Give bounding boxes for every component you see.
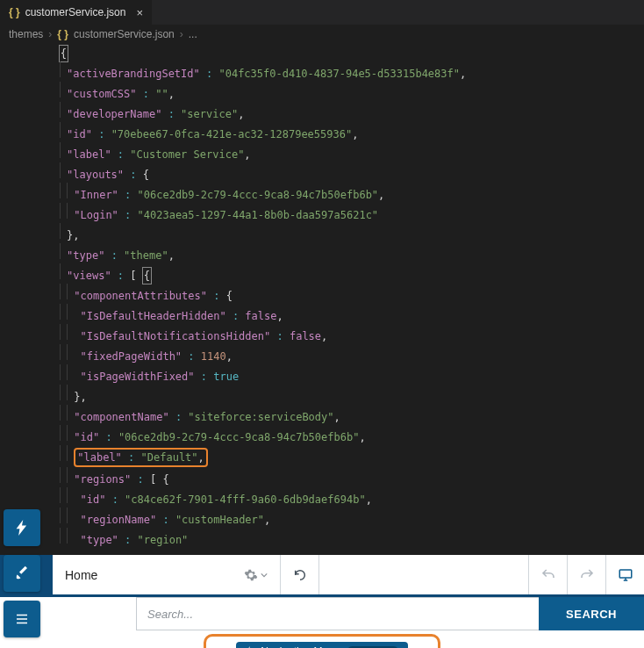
search-input[interactable]: [136, 597, 539, 630]
chevron-right-icon: ›: [48, 28, 52, 40]
refresh-icon: [293, 568, 307, 582]
page-settings-button[interactable]: [244, 568, 268, 582]
desktop-icon: [618, 567, 633, 583]
undo-icon: [540, 567, 556, 583]
breadcrumb-more[interactable]: ...: [189, 28, 197, 40]
navigation-menu-component[interactable]: Navigation Menu Shared: [236, 642, 407, 648]
close-icon[interactable]: ×: [136, 6, 143, 19]
bolt-icon: [16, 520, 28, 536]
undo-button[interactable]: [528, 555, 567, 594]
svg-rect-3: [619, 570, 632, 578]
preview-button[interactable]: [605, 555, 644, 594]
gear-icon: [244, 568, 258, 582]
chevron-down-icon: [261, 572, 268, 579]
search-button[interactable]: SEARCH: [539, 597, 644, 630]
breadcrumb-folder[interactable]: themes: [9, 28, 43, 40]
builder-area: Home SEARCH: [0, 555, 644, 648]
breadcrumb-file[interactable]: customerService.json: [74, 28, 175, 40]
tab-filename: customerService.json: [25, 6, 126, 18]
redo-icon: [579, 567, 595, 583]
page-name: Home: [65, 568, 97, 582]
brush-icon: [14, 565, 30, 581]
json-file-icon: { }: [57, 28, 68, 40]
page-selector[interactable]: Home: [53, 555, 281, 594]
page-structure-button[interactable]: [4, 601, 40, 637]
builder-toolbar: Home: [0, 555, 644, 597]
code-editor[interactable]: { "activeBrandingSetId" : "04fc35f0-d410…: [0, 44, 644, 555]
nav-menu-region: Navigation Menu Shared: [0, 630, 644, 648]
left-rail: [4, 509, 40, 637]
editor-tab-bar: { } customerService.json ×: [0, 0, 644, 25]
theme-panel-button[interactable]: [4, 555, 40, 592]
list-icon: [14, 611, 30, 627]
components-panel-button[interactable]: [4, 509, 40, 546]
redo-button[interactable]: [567, 555, 605, 594]
search-row: SEARCH: [0, 597, 644, 630]
highlight-box: Navigation Menu Shared: [204, 634, 440, 648]
breadcrumb: themes › { } customerService.json › ...: [0, 25, 644, 44]
json-file-icon: { }: [9, 6, 20, 18]
refresh-button[interactable]: [281, 555, 319, 594]
chevron-right-icon: ›: [180, 28, 183, 40]
editor-tab[interactable]: { } customerService.json ×: [0, 0, 152, 25]
